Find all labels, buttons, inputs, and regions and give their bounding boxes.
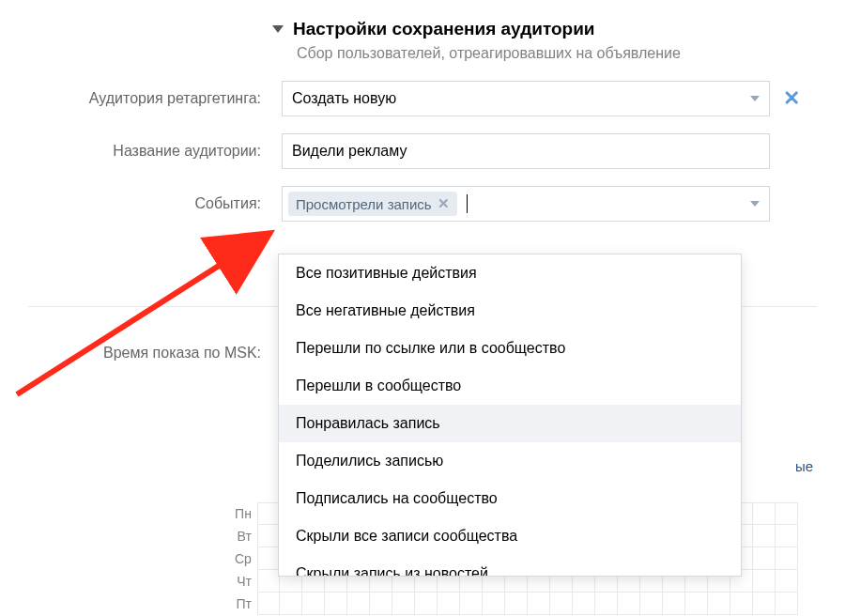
- schedule-cell[interactable]: [257, 525, 280, 547]
- schedule-cell[interactable]: [347, 593, 370, 615]
- day-label: Пн: [235, 502, 252, 525]
- day-label: Чт: [235, 570, 252, 593]
- row-audience-name: Название аудитории:: [28, 133, 817, 169]
- schedule-cell[interactable]: [483, 593, 505, 615]
- schedule-cell[interactable]: [280, 593, 302, 615]
- label-schedule: Время показа по MSK:: [28, 345, 282, 362]
- caret-down-icon: [272, 25, 284, 33]
- row-retargeting: Аудитория ретаргетинга: Создать новую ✕: [28, 81, 817, 116]
- schedule-cell[interactable]: [392, 593, 415, 615]
- schedule-cell[interactable]: [640, 593, 663, 615]
- label-events: События:: [28, 195, 282, 212]
- schedule-cell[interactable]: [776, 547, 798, 570]
- schedule-cell[interactable]: [618, 593, 640, 615]
- section-title: Настройки сохранения аудитории: [293, 19, 595, 39]
- retargeting-audience-select[interactable]: Создать новую: [282, 81, 770, 116]
- remove-audience-button[interactable]: ✕: [783, 88, 800, 109]
- schedule-cell[interactable]: [257, 593, 280, 615]
- schedule-cell[interactable]: [438, 593, 460, 615]
- schedule-cell[interactable]: [776, 502, 798, 525]
- schedule-cell[interactable]: [753, 570, 776, 593]
- schedule-cell[interactable]: [730, 593, 753, 615]
- schedule-cell[interactable]: [302, 593, 325, 615]
- chevron-down-icon: [750, 96, 760, 101]
- schedule-cell[interactable]: [257, 570, 280, 593]
- event-tag: Просмотрели запись ✕: [288, 192, 457, 216]
- events-option[interactable]: Все позитивные действия: [279, 254, 741, 292]
- schedule-cell[interactable]: [257, 502, 280, 525]
- schedule-cell[interactable]: [753, 593, 776, 615]
- tag-remove-icon[interactable]: ✕: [438, 195, 450, 212]
- day-label: Вт: [235, 525, 252, 547]
- events-option[interactable]: Все негативные действия: [279, 292, 741, 330]
- row-events: События: Просмотрели запись ✕: [28, 186, 817, 222]
- events-option[interactable]: Перешли по ссылке или в сообщество: [279, 330, 741, 367]
- label-retargeting: Аудитория ретаргетинга:: [28, 90, 282, 107]
- schedule-cell[interactable]: [325, 593, 347, 615]
- events-multiselect[interactable]: Просмотрели запись ✕: [282, 186, 770, 222]
- chevron-down-icon: [750, 201, 760, 207]
- schedule-cell[interactable]: [257, 547, 280, 570]
- event-tag-label: Просмотрели запись: [296, 196, 432, 212]
- schedule-cell[interactable]: [685, 593, 708, 615]
- events-option[interactable]: Скрыли все записи сообщества: [279, 517, 741, 555]
- schedule-cell[interactable]: [708, 593, 730, 615]
- schedule-cell[interactable]: [776, 593, 798, 615]
- section-header[interactable]: Настройки сохранения аудитории: [272, 19, 817, 39]
- audience-name-input[interactable]: [292, 134, 760, 168]
- schedule-cell[interactable]: [663, 593, 685, 615]
- schedule-cell[interactable]: [573, 593, 595, 615]
- label-audience-name: Название аудитории:: [28, 143, 282, 160]
- schedule-cell[interactable]: [753, 502, 776, 525]
- events-option[interactable]: Перешли в сообщество: [279, 367, 741, 405]
- day-label: Пт: [235, 593, 252, 615]
- section-subtitle: Сбор пользователей, отреагировавших на о…: [297, 45, 817, 62]
- events-option[interactable]: Поделились записью: [279, 442, 741, 480]
- events-dropdown: Все позитивные действияВсе негативные де…: [278, 254, 742, 577]
- retargeting-selected-value: Создать новую: [292, 90, 396, 107]
- schedule-cell[interactable]: [595, 593, 618, 615]
- schedule-cell[interactable]: [776, 570, 798, 593]
- schedule-cell[interactable]: [505, 593, 528, 615]
- schedule-cell[interactable]: [753, 525, 776, 547]
- schedule-right-link[interactable]: ые: [795, 458, 813, 474]
- schedule-cell[interactable]: [460, 593, 483, 615]
- audience-name-field-wrap: [282, 133, 770, 169]
- schedule-cell[interactable]: [753, 547, 776, 570]
- text-cursor: [467, 194, 468, 213]
- events-option[interactable]: Подписались на сообщество: [279, 480, 741, 517]
- schedule-cell[interactable]: [528, 593, 550, 615]
- schedule-cell[interactable]: [550, 593, 573, 615]
- schedule-cell[interactable]: [370, 593, 392, 615]
- day-labels: ПнВтСрЧтПт: [235, 502, 252, 615]
- schedule-cell[interactable]: [415, 593, 438, 615]
- events-option[interactable]: Скрыли запись из новостей: [279, 555, 741, 576]
- events-option[interactable]: Понравилась запись: [279, 405, 741, 442]
- schedule-cell[interactable]: [776, 525, 798, 547]
- day-label: Ср: [235, 547, 252, 570]
